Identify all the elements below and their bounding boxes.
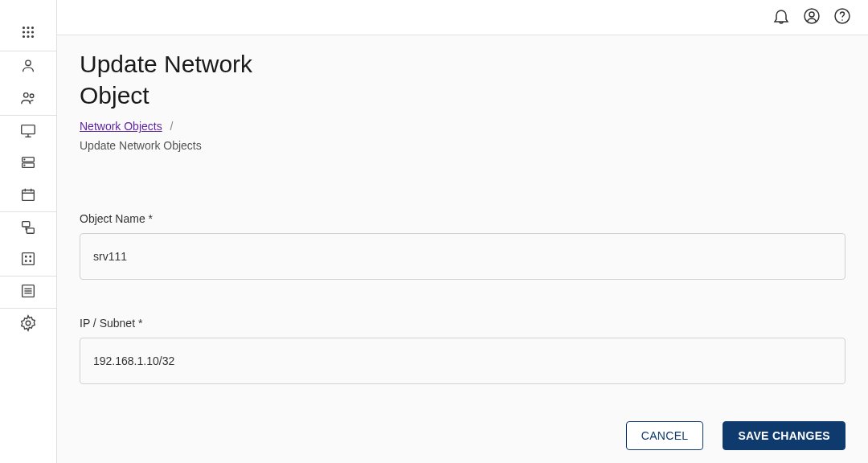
svg-point-36 — [809, 12, 814, 17]
main-area: Update Network Object Network Objects / … — [57, 0, 868, 463]
object-name-label: Object Name * — [80, 212, 845, 225]
svg-point-28 — [26, 260, 27, 261]
topbar — [57, 0, 868, 35]
account-icon — [802, 6, 821, 29]
svg-point-4 — [27, 31, 29, 33]
sidebar-item-settings[interactable] — [0, 309, 57, 341]
svg-rect-25 — [23, 252, 35, 264]
svg-point-10 — [24, 92, 29, 97]
svg-point-0 — [23, 27, 25, 28]
form-group-ip-subnet: IP / Subnet * — [80, 317, 845, 384]
svg-point-27 — [30, 256, 31, 256]
breadcrumb-current: Update Network Objects — [80, 139, 202, 152]
notifications-button[interactable] — [768, 5, 794, 31]
svg-point-26 — [26, 256, 27, 256]
breadcrumb: Network Objects / Update Network Objects — [80, 117, 845, 156]
content: Update Network Object Network Objects / … — [57, 35, 868, 463]
svg-point-17 — [24, 159, 25, 160]
help-icon — [833, 6, 852, 29]
svg-point-2 — [32, 27, 34, 28]
save-button[interactable]: SAVE CHANGES — [723, 421, 845, 450]
help-button[interactable] — [829, 5, 855, 31]
page-title: Update Network Object — [80, 48, 289, 111]
sidebar-item-analytics[interactable] — [0, 244, 57, 277]
cloud-link-icon — [19, 218, 37, 239]
svg-point-11 — [30, 93, 34, 97]
sidebar-item-apps[interactable] — [0, 16, 57, 51]
server-icon — [19, 154, 37, 174]
svg-point-29 — [30, 260, 31, 261]
apps-icon — [19, 23, 37, 44]
sidebar-item-calendar[interactable] — [0, 180, 57, 212]
cancel-button[interactable]: CANCEL — [626, 421, 704, 450]
calendar-icon — [19, 186, 37, 207]
sidebar — [0, 0, 57, 463]
svg-point-18 — [24, 165, 25, 166]
breadcrumb-link[interactable]: Network Objects — [80, 120, 162, 133]
svg-point-3 — [23, 31, 25, 33]
sidebar-item-cloud-link[interactable] — [0, 212, 57, 244]
svg-point-38 — [841, 19, 843, 21]
svg-rect-23 — [23, 222, 30, 227]
gear-icon — [19, 314, 37, 335]
svg-rect-24 — [27, 228, 34, 233]
sidebar-item-list[interactable] — [0, 277, 57, 309]
svg-point-7 — [27, 35, 29, 37]
button-row: CANCEL SAVE CHANGES — [80, 421, 845, 450]
svg-point-1 — [27, 27, 29, 28]
ip-subnet-label: IP / Subnet * — [80, 317, 845, 330]
account-button[interactable] — [799, 5, 825, 31]
person-icon — [19, 57, 37, 78]
ip-subnet-input[interactable] — [80, 338, 845, 384]
svg-point-6 — [23, 35, 25, 37]
form-group-object-name: Object Name * — [80, 212, 845, 280]
sidebar-item-monitor[interactable] — [0, 116, 57, 148]
svg-point-9 — [26, 60, 31, 65]
sidebar-item-server[interactable] — [0, 148, 57, 180]
svg-point-34 — [26, 321, 31, 326]
breadcrumb-separator: / — [170, 120, 174, 133]
svg-point-35 — [805, 9, 819, 23]
object-name-input[interactable] — [80, 233, 845, 280]
analytics-icon — [19, 250, 37, 271]
monitor-icon — [19, 121, 37, 142]
bell-icon — [772, 6, 791, 29]
svg-rect-19 — [23, 190, 35, 200]
group-icon — [19, 89, 37, 110]
svg-rect-12 — [22, 125, 35, 134]
svg-point-8 — [32, 35, 34, 37]
sidebar-item-group[interactable] — [0, 84, 57, 116]
form: Object Name * IP / Subnet * CANCEL SAVE … — [80, 212, 845, 450]
list-icon — [19, 282, 37, 303]
svg-point-5 — [32, 31, 34, 33]
sidebar-item-person[interactable] — [0, 51, 57, 84]
